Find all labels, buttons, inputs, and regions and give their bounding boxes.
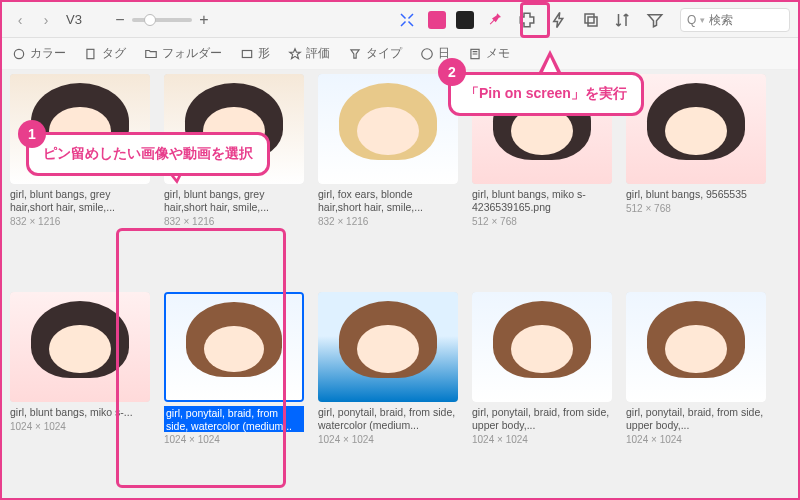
pin-icon[interactable] <box>484 9 506 31</box>
filter-rating-label: 評価 <box>306 45 330 62</box>
filter-tag[interactable]: タグ <box>84 45 126 62</box>
caption: girl, fox ears, blonde hair,short hair, … <box>318 188 458 214</box>
caption: girl, blunt bangs, miko s-4236539165.png <box>472 188 612 214</box>
svg-rect-0 <box>585 14 594 23</box>
lightning-icon[interactable] <box>548 9 570 31</box>
filter-color[interactable]: カラー <box>12 45 66 62</box>
layout-color-b-icon[interactable] <box>456 11 474 29</box>
zoom-slider[interactable] <box>132 18 192 22</box>
caption: girl, ponytail, braid, from side, upper … <box>626 406 766 432</box>
caption: girl, ponytail, braid, from side, upper … <box>472 406 612 432</box>
filter-type[interactable]: タイプ <box>348 45 402 62</box>
search-caret-icon[interactable]: ▾ <box>700 15 705 25</box>
grid-card-selected[interactable]: girl, ponytail, braid, from side, waterc… <box>164 292 304 496</box>
annotation-callout-1: ピン留めしたい画像や動画を選択 <box>26 132 270 176</box>
caption: girl, blunt bangs, grey hair,short hair,… <box>10 188 150 214</box>
svg-rect-1 <box>588 17 597 26</box>
dimensions: 1024 × 1024 <box>164 434 304 445</box>
filter-rating[interactable]: 評価 <box>288 45 330 62</box>
grid-card[interactable]: girl, ponytail, braid, from side, upper … <box>472 292 612 496</box>
extension-icon[interactable] <box>516 9 538 31</box>
thumbnail[interactable] <box>318 74 458 184</box>
expand-icon[interactable] <box>396 9 418 31</box>
filter-folder-label: フォルダー <box>162 45 222 62</box>
caption-selected: girl, ponytail, braid, from side, waterc… <box>164 406 304 432</box>
grid-card[interactable]: girl, blunt bangs, miko s-... 1024 × 102… <box>10 292 150 496</box>
caption: girl, blunt bangs, miko s-... <box>10 406 150 419</box>
zoom-in-button[interactable]: + <box>196 12 212 28</box>
annotation-pointer-2 <box>538 50 562 74</box>
filter-memo-label: メモ <box>486 45 510 62</box>
filter-tag-label: タグ <box>102 45 126 62</box>
grid-card[interactable]: girl, ponytail, braid, from side, waterc… <box>318 292 458 496</box>
breadcrumb[interactable]: V3 <box>66 12 82 27</box>
layout-color-a-icon[interactable] <box>428 11 446 29</box>
top-toolbar: ‹ › V3 − + Q ▾ <box>2 2 798 38</box>
filter-shape-label: 形 <box>258 45 270 62</box>
thumbnail[interactable] <box>318 292 458 402</box>
annotation-callout-2: 「Pin on screen」を実行 <box>448 72 644 116</box>
dimensions: 1024 × 1024 <box>318 434 458 445</box>
search-icon: Q <box>687 13 696 27</box>
annotation-badge-2: 2 <box>438 58 466 86</box>
dimensions: 832 × 1216 <box>318 216 458 227</box>
dimensions: 832 × 1216 <box>10 216 150 227</box>
svg-point-5 <box>422 48 433 59</box>
nav-back-button[interactable]: ‹ <box>10 10 30 30</box>
annotation-badge-1: 1 <box>18 120 46 148</box>
filter-color-label: カラー <box>30 45 66 62</box>
dimensions: 1024 × 1024 <box>626 434 766 445</box>
search-input[interactable] <box>709 13 779 27</box>
tool-icons <box>396 9 666 31</box>
thumbnail[interactable] <box>626 74 766 184</box>
filter-type-label: タイプ <box>366 45 402 62</box>
nav-forward-button[interactable]: › <box>36 10 56 30</box>
grid-card[interactable]: girl, blunt bangs, 9565535 512 × 768 <box>626 74 766 278</box>
thumbnail-selected[interactable] <box>164 292 304 402</box>
filter-folder[interactable]: フォルダー <box>144 45 222 62</box>
thumbnail[interactable] <box>626 292 766 402</box>
dimensions: 512 × 768 <box>472 216 612 227</box>
thumbnail[interactable] <box>472 292 612 402</box>
caption: girl, blunt bangs, grey hair,short hair,… <box>164 188 304 214</box>
svg-rect-4 <box>242 50 251 57</box>
filter-icon[interactable] <box>644 9 666 31</box>
zoom-control: − + <box>112 12 212 28</box>
svg-point-2 <box>14 49 23 58</box>
caption: girl, ponytail, braid, from side, waterc… <box>318 406 458 432</box>
svg-rect-3 <box>87 49 94 58</box>
dimensions: 1024 × 1024 <box>472 434 612 445</box>
zoom-slider-thumb[interactable] <box>144 14 156 26</box>
filter-memo[interactable]: メモ <box>468 45 510 62</box>
dimensions: 832 × 1216 <box>164 216 304 227</box>
grid-card[interactable]: girl, ponytail, braid, from side, upper … <box>626 292 766 496</box>
caption: girl, blunt bangs, 9565535 <box>626 188 766 201</box>
zoom-out-button[interactable]: − <box>112 12 128 28</box>
thumbnail[interactable] <box>10 292 150 402</box>
sort-icon[interactable] <box>612 9 634 31</box>
dimensions: 1024 × 1024 <box>10 421 150 432</box>
dimensions: 512 × 768 <box>626 203 766 214</box>
filter-shape[interactable]: 形 <box>240 45 270 62</box>
grid-card[interactable]: girl, blunt bangs, grey hair,short hair,… <box>10 74 150 278</box>
filter-bar: カラー タグ フォルダー 形 評価 タイプ 日 メモ <box>2 38 798 70</box>
grid-card[interactable]: girl, fox ears, blonde hair,short hair, … <box>318 74 458 278</box>
search-box[interactable]: Q ▾ <box>680 8 790 32</box>
copy-icon[interactable] <box>580 9 602 31</box>
